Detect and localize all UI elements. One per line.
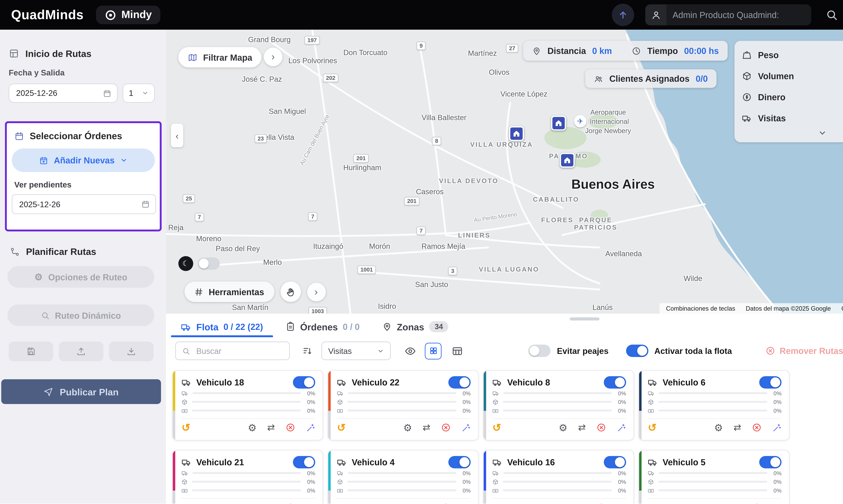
inicio-rutas-section: Inicio de Rutas	[8, 48, 91, 59]
ruteo-dinamico-button[interactable]: Ruteo Dinámico	[7, 304, 154, 326]
swap-icon[interactable]: ⇄	[267, 422, 275, 433]
tab-zonas[interactable]: Zonas 34	[382, 321, 448, 332]
gear-icon[interactable]: ⚙	[403, 421, 412, 433]
undo-icon[interactable]: ↺	[182, 501, 190, 504]
capacity-expand-chevron[interactable]	[742, 129, 843, 141]
remove-vehicle-icon[interactable]	[596, 422, 606, 433]
salida-select[interactable]: 1	[123, 84, 155, 103]
vehicle-toggle[interactable]	[604, 376, 626, 389]
optimize-vehicle-icon[interactable]	[617, 423, 626, 432]
remove-vehicle-icon[interactable]	[441, 502, 451, 504]
fecha-value[interactable]	[15, 88, 103, 98]
grid-view-button[interactable]	[425, 342, 442, 359]
gear-icon[interactable]: ⚙	[248, 502, 257, 504]
fleet-search[interactable]	[175, 341, 290, 360]
volume-icon	[648, 479, 654, 485]
gear-icon[interactable]: ⚙	[248, 421, 257, 433]
undo-icon[interactable]: ↺	[492, 501, 501, 504]
tab-flota[interactable]: Flota 0 / 22 (22)	[181, 321, 263, 332]
vehicle-toggle[interactable]	[293, 376, 315, 389]
evitar-peajes-label: Evitar peajes	[557, 346, 608, 356]
herramientas-button[interactable]: Herramientas	[185, 282, 274, 302]
topbar: QuadMinds Mindy Admin Producto Quadmind:…	[0, 0, 843, 30]
dark-mode-toggle[interactable]	[197, 257, 220, 270]
upload-plan-button[interactable]	[612, 4, 634, 26]
optimize-vehicle-icon[interactable]	[772, 423, 781, 432]
evitar-peajes-toggle[interactable]	[528, 345, 551, 357]
anadir-nuevas-button[interactable]: Añadir Nuevas	[12, 148, 155, 172]
vehicle-toggle[interactable]	[759, 456, 781, 468]
fecha-input[interactable]	[8, 84, 118, 103]
tab-ordenes[interactable]: Órdenes 0 / 0	[285, 321, 360, 332]
vehicle-toggle[interactable]	[759, 376, 781, 389]
sort-icon[interactable]	[302, 345, 313, 356]
gear-icon[interactable]: ⚙	[714, 421, 723, 433]
vehicle-toggle[interactable]	[448, 456, 470, 468]
eye-icon[interactable]	[404, 345, 416, 357]
remove-vehicle-icon[interactable]	[441, 422, 451, 433]
attribution-link[interactable]: Combinaciones de teclas	[666, 305, 735, 312]
optimize-vehicle-icon[interactable]	[461, 503, 470, 504]
gear-icon[interactable]: ⚙	[558, 502, 568, 504]
undo-icon[interactable]: ↺	[648, 421, 656, 434]
filtrar-mapa-button[interactable]: Filtrar Mapa	[178, 47, 262, 67]
activar-flota-toggle[interactable]	[626, 345, 648, 357]
ruteo-dinamico-label: Ruteo Dinámico	[55, 310, 121, 320]
map-canvas[interactable]: Grand BourgDon TorcuatoMartínezLos Polvo…	[166, 30, 843, 314]
remove-vehicle-icon[interactable]	[752, 502, 762, 504]
upload-icon-button[interactable]	[59, 341, 103, 361]
swap-icon[interactable]: ⇄	[267, 502, 275, 504]
optimize-vehicle-icon[interactable]	[306, 423, 315, 432]
publicar-plan-button[interactable]: Publicar Plan	[1, 379, 161, 404]
search-icon	[182, 347, 190, 355]
optimize-vehicle-icon[interactable]	[772, 503, 781, 504]
vehicle-toggle[interactable]	[448, 376, 470, 389]
weight-icon	[742, 50, 752, 60]
undo-icon[interactable]: ↺	[492, 421, 501, 434]
swap-icon[interactable]: ⇄	[578, 502, 586, 504]
collapse-left-chevron[interactable]: ‹	[171, 124, 183, 147]
swap-icon[interactable]: ⇄	[423, 502, 430, 504]
undo-icon[interactable]: ↺	[337, 501, 346, 504]
panel-drag-handle[interactable]	[570, 317, 599, 320]
swap-icon[interactable]: ⇄	[423, 422, 430, 433]
pendientes-fecha-input[interactable]	[12, 194, 156, 214]
metric-progress-track	[348, 392, 457, 394]
attribution-link[interactable]: Condiciones	[841, 305, 843, 312]
fleet-search-input[interactable]	[195, 345, 283, 356]
remove-vehicle-icon[interactable]	[752, 422, 762, 433]
sort-select[interactable]: Visitas	[321, 341, 391, 360]
optimize-vehicle-icon[interactable]	[617, 503, 626, 504]
hand-pan-button[interactable]	[280, 282, 300, 302]
vehicle-toggle[interactable]	[604, 456, 626, 468]
pendientes-fecha-value[interactable]	[18, 199, 141, 210]
optimize-vehicle-icon[interactable]	[461, 423, 470, 432]
swap-icon[interactable]: ⇄	[734, 422, 741, 433]
tools-expand-chevron[interactable]: ›	[307, 283, 325, 301]
swap-icon[interactable]: ⇄	[734, 502, 741, 504]
remove-vehicle-icon[interactable]	[596, 502, 606, 504]
vehicle-toggle[interactable]	[293, 456, 315, 468]
remover-rutas-button[interactable]: Remover Rutas	[765, 346, 843, 356]
table-view-icon[interactable]	[451, 345, 463, 357]
opciones-ruteo-button[interactable]: ⚙ Opciones de Ruteo	[7, 266, 154, 288]
optimize-vehicle-icon[interactable]	[306, 503, 315, 504]
clientes-value: 0/0	[695, 74, 708, 84]
search-icon[interactable]	[822, 5, 841, 24]
expand-filter-chevron[interactable]: ›	[264, 48, 282, 66]
undo-icon[interactable]: ↺	[648, 501, 656, 504]
undo-icon[interactable]: ↺	[182, 421, 190, 434]
user-account[interactable]: Admin Producto Quadmind:	[645, 4, 811, 25]
undo-icon[interactable]: ↺	[337, 421, 346, 434]
save-plan-button[interactable]	[8, 341, 53, 361]
gear-icon[interactable]: ⚙	[403, 502, 412, 504]
attribution-link[interactable]: Datos del mapa ©2025 Google	[746, 305, 831, 312]
gear-icon[interactable]: ⚙	[714, 502, 723, 504]
remove-vehicle-icon[interactable]	[286, 422, 295, 433]
remove-vehicle-icon[interactable]	[286, 502, 295, 504]
mindy-app-pill[interactable]: Mindy	[96, 5, 160, 24]
vehicle-card: Vehiculo 6 0% 0% 0% ↺ ⚙ ⇄	[638, 370, 790, 440]
download-icon-button[interactable]	[109, 341, 153, 361]
gear-icon[interactable]: ⚙	[558, 421, 568, 433]
swap-icon[interactable]: ⇄	[578, 422, 586, 433]
